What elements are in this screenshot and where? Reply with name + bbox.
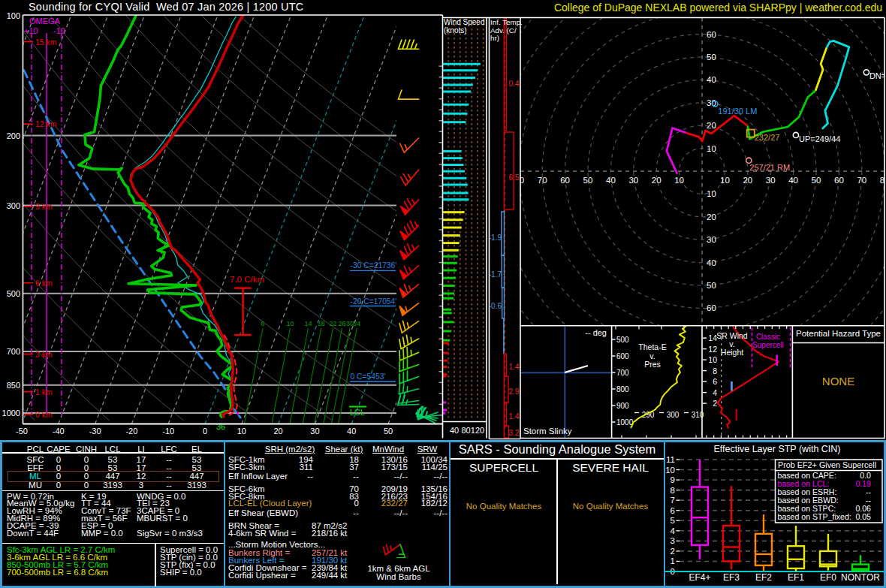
storm-motion-label: 191/30 LM (718, 107, 757, 116)
sars-no-matches: No Quality Matches (557, 502, 664, 511)
hodo-axis-label: 40 (707, 258, 716, 267)
srwind-ylabel: 10 (708, 355, 717, 364)
dry-adiabat-223K (0, 15, 35, 421)
stp-category-label: EF2 (755, 572, 772, 583)
hodograph-ring-100 (474, 0, 886, 400)
dry-adiabat-303K (0, 15, 333, 421)
parcel-row-name-sfc[interactable]: SFC (27, 455, 44, 464)
thetae-title-line: Theta-E (638, 342, 666, 351)
skewt-wind-barb (400, 221, 419, 240)
sr46-value: 218/16 kt (312, 529, 347, 538)
advection-title-line: hr) (490, 34, 499, 42)
skewt-wind-barb (399, 303, 418, 315)
lapse-rate-row: 700-500mb LR = 6.8 C/km (7, 568, 108, 577)
stp-ylabel: 10 (665, 466, 675, 475)
hodograph-trace-segment-4 (822, 41, 849, 128)
speed-axis-label-80: 80 (461, 426, 470, 435)
parcel-row-name-mu[interactable]: MU (29, 481, 42, 490)
thetae-ylabel: 1000 (616, 418, 634, 427)
parcel-value: 447 (105, 472, 119, 481)
height-label: 1 km (35, 387, 53, 397)
srwind-ylabel: 4 (713, 388, 717, 397)
hodo-axis-label: 40 (788, 176, 798, 185)
wind-barb-column (398, 40, 443, 423)
parcel-value: 447 (189, 472, 203, 481)
mixing-ratio-label-6: 6 (261, 320, 264, 327)
dry-adiabat-383K (88, 15, 630, 421)
storm-motion-marker[interactable] (793, 132, 798, 137)
storm-motion-label: 232/27 (755, 133, 780, 142)
hodo-axis-label: 30 (766, 176, 776, 185)
stp-ylabel: 5 (671, 516, 675, 525)
hodograph-trace-segment-2 (748, 91, 815, 139)
hodo-axis-label: 50 (707, 281, 716, 290)
lcl-label: LCL (350, 408, 365, 417)
srwind-ylabel: 6 (713, 377, 717, 386)
sars-no-matches: No Quality Matches (451, 502, 557, 511)
hodo-axis-label: 60 (707, 30, 716, 39)
temp-label--30: -30 (89, 427, 101, 436)
advection-box (502, 255, 504, 288)
advection-value: 0.4 (509, 80, 520, 88)
mixing-ratio-label-14: 14 (304, 320, 312, 327)
vector-label: Corfidi Upshear = (228, 571, 296, 580)
hodograph-panel[interactable]: 1010202030304040505060607070808010102020… (428, 0, 886, 441)
isotherm--90C (0, 15, 35, 424)
stp-ylabel: 6 (671, 506, 675, 515)
parcel-value: 53 (108, 455, 118, 464)
hodograph-trace-segment-3 (815, 47, 827, 90)
advection-value: 2.9 (509, 387, 520, 396)
kin-value: 114/25 (395, 463, 448, 472)
hodo-axis-label: 30 (707, 98, 716, 107)
hodo-axis-label: 10 (674, 176, 684, 185)
thetae-title-line: Pres (644, 360, 661, 369)
sharppy-sounding-app: Sounding for CYQI Valid Wed 07 Jan 2026 … (0, 0, 886, 588)
advection-value: -1.7 (489, 270, 502, 279)
srwind-zone-label: Classic (756, 333, 780, 341)
barb-caption-2: Wind Barbs (354, 572, 444, 581)
srwind-ylabel: 2 (713, 399, 717, 408)
pressure-label-300: 300 (7, 201, 20, 210)
stp-legend-label: based on STP_fixed: (778, 512, 851, 521)
thetae-ylabel: 800 (616, 385, 629, 394)
stp-ylabel: 1 (671, 556, 675, 565)
mixing-ratio-label-18: 18 (318, 320, 325, 327)
hodo-axis-label: 20 (652, 176, 661, 185)
isotherm--70C (0, 15, 108, 424)
kin-header: MnWind (372, 445, 404, 454)
skewt-wind-barb (401, 170, 419, 185)
stp-ylabel: 3 (671, 536, 675, 545)
thermo-index: MBURST = 0 (137, 514, 188, 523)
isotherm-height-annotation: 0 C=5453' (351, 372, 386, 381)
thetae-ylabel: 900 (616, 402, 629, 410)
height-label: 3 km (35, 350, 53, 359)
temp-label-20: 20 (273, 427, 282, 436)
storm-motion-label: DN=239/84 (869, 71, 886, 80)
hodo-axis-label: 10 (720, 176, 730, 185)
parcel-value: 0 (84, 472, 89, 481)
skewt-wind-barb (400, 266, 419, 279)
thetae-xlabel: 300 (667, 411, 680, 419)
parcel-value: 17 (137, 455, 146, 464)
skewt-wind-barb (399, 40, 419, 49)
hodo-axis-label: 70 (857, 176, 866, 185)
isotherm--60C (0, 15, 145, 424)
pressure-label-200: 200 (7, 131, 20, 140)
storm-motion-marker[interactable] (863, 70, 869, 75)
sars-column-supercell: SUPERCELL (451, 461, 557, 475)
mixing-ratio-line-22 (315, 328, 333, 424)
parcel-row-name-ml[interactable]: ML (29, 472, 41, 481)
kin-value: -- (306, 508, 359, 517)
kin-header: Shear (kt) (325, 445, 363, 454)
isotherm-50C (388, 15, 547, 424)
hodo-axis-label: 20 (707, 121, 716, 130)
skewt-wind-barb (400, 244, 419, 260)
stp-box-EF4+ (692, 460, 708, 559)
header-divider (2, 452, 224, 454)
kin-header: SRH (m2/s2) (265, 445, 315, 454)
hodo-axis-label: 50 (812, 176, 821, 185)
height-label: 0 km (35, 410, 53, 419)
kin-value: 0 (306, 499, 359, 508)
mixing-ratio-line-10 (272, 328, 291, 424)
section-divider (2, 543, 224, 544)
